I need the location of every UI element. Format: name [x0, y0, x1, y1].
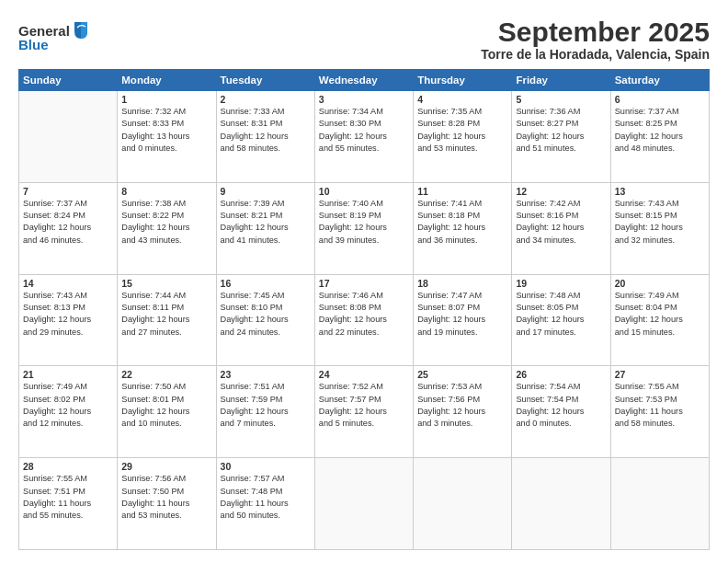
cell-line: Sunrise: 7:52 AM: [319, 382, 383, 391]
cell-line: Daylight: 12 hours: [516, 407, 584, 416]
cell-line: Sunrise: 7:56 AM: [121, 474, 186, 483]
cell-line: Sunset: 8:24 PM: [23, 211, 85, 220]
day-number: 22: [121, 369, 211, 380]
header-friday: Friday: [512, 70, 610, 91]
cell-line: Sunrise: 7:46 AM: [319, 291, 383, 300]
table-row: 5Sunrise: 7:36 AMSunset: 8:27 PMDaylight…: [512, 91, 610, 183]
cell-line: Sunrise: 7:42 AM: [516, 199, 580, 208]
cell-line: Sunset: 7:48 PM: [221, 487, 283, 496]
cell-line: Daylight: 12 hours: [121, 223, 189, 232]
cell-line: Sunrise: 7:32 AM: [121, 107, 186, 116]
cell-line: and 50 minutes.: [221, 511, 280, 520]
day-number: 5: [516, 94, 606, 105]
table-row: 16Sunrise: 7:45 AMSunset: 8:10 PMDayligh…: [216, 274, 314, 366]
cell-line: Sunset: 7:57 PM: [319, 395, 381, 404]
cell-line: Sunset: 7:50 PM: [121, 487, 184, 496]
calendar-table: Sunday Monday Tuesday Wednesday Thursday…: [18, 69, 710, 550]
cell-content: Sunrise: 7:49 AMSunset: 8:04 PMDaylight:…: [615, 290, 705, 339]
day-number: 7: [23, 186, 113, 197]
day-number: 17: [319, 278, 409, 289]
cell-line: Sunrise: 7:50 AM: [121, 382, 186, 391]
cell-line: Sunset: 8:25 PM: [615, 119, 677, 128]
table-row: 20Sunrise: 7:49 AMSunset: 8:04 PMDayligh…: [610, 274, 709, 366]
cell-line: Sunrise: 7:40 AM: [319, 199, 383, 208]
cell-content: Sunrise: 7:53 AMSunset: 7:56 PMDaylight:…: [417, 381, 507, 430]
table-row: 19Sunrise: 7:48 AMSunset: 8:05 PMDayligh…: [512, 274, 610, 366]
table-row: 24Sunrise: 7:52 AMSunset: 7:57 PMDayligh…: [314, 366, 413, 458]
cell-line: Sunset: 8:21 PM: [221, 211, 283, 220]
day-number: 18: [417, 278, 507, 289]
cell-line: Sunset: 8:27 PM: [516, 119, 578, 128]
cell-line: and 53 minutes.: [121, 511, 181, 520]
table-row: 4Sunrise: 7:35 AMSunset: 8:28 PMDaylight…: [414, 91, 512, 183]
table-row: 25Sunrise: 7:53 AMSunset: 7:56 PMDayligh…: [414, 366, 512, 458]
cell-line: and 53 minutes.: [417, 144, 477, 153]
table-row: 11Sunrise: 7:41 AMSunset: 8:18 PMDayligh…: [414, 182, 512, 274]
cell-line: Sunset: 8:04 PM: [615, 303, 677, 312]
cell-line: Sunrise: 7:33 AM: [221, 107, 285, 116]
header: General Blue September 2025 Torre de la …: [18, 17, 710, 62]
cell-line: Sunset: 8:28 PM: [417, 119, 480, 128]
cell-content: Sunrise: 7:44 AMSunset: 8:11 PMDaylight:…: [121, 290, 211, 339]
table-row: 15Sunrise: 7:44 AMSunset: 8:11 PMDayligh…: [118, 274, 216, 366]
cell-line: Sunset: 7:53 PM: [615, 395, 677, 404]
cell-line: Daylight: 12 hours: [516, 223, 584, 232]
header-wednesday: Wednesday: [314, 70, 413, 91]
cell-line: Sunrise: 7:55 AM: [23, 474, 87, 483]
cell-line: Sunrise: 7:48 AM: [516, 291, 580, 300]
cell-line: Daylight: 12 hours: [615, 315, 683, 324]
cell-content: Sunrise: 7:37 AMSunset: 8:24 PMDaylight:…: [23, 198, 113, 247]
calendar-week-row: 28Sunrise: 7:55 AMSunset: 7:51 PMDayligh…: [19, 458, 710, 550]
header-monday: Monday: [118, 70, 216, 91]
table-row: [19, 91, 118, 183]
cell-line: Sunset: 7:56 PM: [417, 395, 480, 404]
table-row: 14Sunrise: 7:43 AMSunset: 8:13 PMDayligh…: [19, 274, 118, 366]
day-number: 28: [23, 461, 113, 472]
cell-content: Sunrise: 7:32 AMSunset: 8:33 PMDaylight:…: [121, 106, 211, 155]
cell-line: Daylight: 12 hours: [23, 223, 91, 232]
table-row: [512, 458, 610, 550]
day-number: 2: [221, 94, 311, 105]
day-number: 29: [121, 461, 211, 472]
cell-line: Daylight: 12 hours: [417, 315, 485, 324]
day-number: 3: [319, 94, 409, 105]
cell-line: Sunset: 7:51 PM: [23, 487, 85, 496]
day-number: 15: [121, 278, 211, 289]
cell-line: Daylight: 12 hours: [417, 132, 485, 141]
cell-line: Sunrise: 7:43 AM: [615, 199, 679, 208]
cell-line: Daylight: 12 hours: [221, 223, 289, 232]
table-row: 23Sunrise: 7:51 AMSunset: 7:59 PMDayligh…: [216, 366, 314, 458]
day-number: 23: [221, 369, 311, 380]
cell-content: Sunrise: 7:48 AMSunset: 8:05 PMDaylight:…: [516, 290, 606, 339]
logo-general: General: [18, 23, 70, 39]
cell-line: Sunrise: 7:36 AM: [516, 107, 580, 116]
cell-line: and 19 minutes.: [417, 327, 477, 337]
cell-line: Sunrise: 7:44 AM: [121, 291, 186, 300]
day-number: 10: [319, 186, 409, 197]
day-number: 30: [221, 461, 311, 472]
day-number: 13: [615, 186, 705, 197]
cell-line: Sunset: 8:05 PM: [516, 303, 578, 312]
cell-line: Sunset: 8:22 PM: [121, 211, 184, 220]
cell-line: Sunset: 8:15 PM: [615, 211, 677, 220]
cell-line: and 3 minutes.: [417, 419, 472, 428]
cell-line: Sunset: 8:30 PM: [319, 119, 381, 128]
cell-line: Daylight: 12 hours: [319, 315, 387, 324]
cell-line: Daylight: 12 hours: [516, 315, 584, 324]
cell-line: and 15 minutes.: [615, 327, 675, 337]
cell-content: Sunrise: 7:43 AMSunset: 8:15 PMDaylight:…: [615, 198, 705, 247]
cell-line: Daylight: 12 hours: [417, 223, 485, 232]
cell-content: Sunrise: 7:51 AMSunset: 7:59 PMDaylight:…: [221, 381, 311, 430]
table-row: 8Sunrise: 7:38 AMSunset: 8:22 PMDaylight…: [118, 182, 216, 274]
day-number: 24: [319, 369, 409, 380]
cell-line: and 46 minutes.: [23, 236, 83, 245]
cell-line: Sunrise: 7:35 AM: [417, 107, 482, 116]
cell-line: Sunset: 7:54 PM: [516, 395, 578, 404]
day-number: 11: [417, 186, 507, 197]
cell-line: and 55 minutes.: [319, 144, 379, 153]
cell-content: Sunrise: 7:43 AMSunset: 8:13 PMDaylight:…: [23, 290, 113, 339]
table-row: [610, 458, 709, 550]
table-row: [414, 458, 512, 550]
cell-line: Daylight: 12 hours: [615, 132, 683, 141]
table-row: 6Sunrise: 7:37 AMSunset: 8:25 PMDaylight…: [610, 91, 709, 183]
